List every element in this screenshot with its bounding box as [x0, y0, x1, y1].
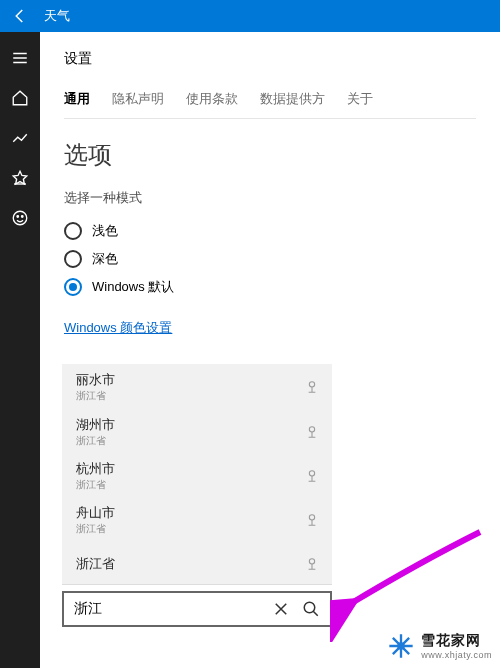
suggestion-item[interactable]: 丽水市 浙江省 — [62, 364, 332, 408]
watermark-brand: 雪花家网 — [421, 632, 492, 650]
search-input[interactable] — [74, 601, 266, 617]
svg-point-5 — [309, 470, 314, 475]
radio-windows-default[interactable]: Windows 默认 — [64, 273, 476, 301]
tab-bar: 通用 隐私声明 使用条款 数据提供方 关于 — [64, 90, 476, 119]
svg-point-1 — [17, 216, 19, 218]
title-bar: 天气 — [0, 0, 500, 32]
svg-point-6 — [309, 514, 314, 519]
tab-general[interactable]: 通用 — [64, 90, 90, 108]
suggestion-city: 丽水市 — [76, 371, 115, 389]
back-button[interactable] — [8, 4, 32, 28]
location-pin-icon — [304, 512, 320, 528]
radio-label: 浅色 — [92, 222, 118, 240]
location-search-box — [62, 591, 332, 627]
chart-icon[interactable] — [0, 118, 40, 158]
suggestion-province: 浙江省 — [76, 478, 115, 492]
radio-label: Windows 默认 — [92, 278, 174, 296]
tab-terms[interactable]: 使用条款 — [186, 90, 238, 108]
settings-header: 设置 — [64, 50, 476, 68]
window-title: 天气 — [44, 7, 70, 25]
radio-dark[interactable]: 深色 — [64, 245, 476, 273]
svg-point-0 — [13, 211, 27, 225]
radio-light[interactable]: 浅色 — [64, 217, 476, 245]
favorites-icon[interactable] — [0, 158, 40, 198]
sidebar — [0, 32, 40, 668]
suggestion-item[interactable]: 浙江省 — [62, 540, 332, 584]
svg-point-3 — [309, 382, 314, 387]
suggestion-province: 浙江省 — [76, 522, 115, 536]
radio-label: 深色 — [92, 250, 118, 268]
suggestion-province: 浙江省 — [76, 389, 115, 403]
svg-point-7 — [309, 558, 314, 563]
arrow-annotation — [330, 522, 500, 642]
suggestion-item[interactable]: 湖州市 浙江省 — [62, 408, 332, 452]
snowflake-icon — [387, 632, 415, 660]
mode-label: 选择一种模式 — [64, 189, 476, 207]
svg-point-2 — [22, 216, 24, 218]
location-pin-icon — [304, 468, 320, 484]
mode-radio-group: 浅色 深色 Windows 默认 — [64, 217, 476, 301]
location-pin-icon — [304, 424, 320, 440]
watermark: 雪花家网 www.xhjaty.com — [387, 632, 492, 660]
location-pin-icon — [304, 379, 320, 395]
suggestion-city: 湖州市 — [76, 416, 115, 434]
clear-button[interactable] — [266, 594, 296, 624]
tab-privacy[interactable]: 隐私声明 — [112, 90, 164, 108]
settings-content: 设置 通用 隐私声明 使用条款 数据提供方 关于 选项 选择一种模式 浅色 深色… — [40, 32, 500, 668]
svg-point-9 — [399, 643, 404, 648]
suggestion-panel: 丽水市 浙江省 湖州市 浙江省 杭州市 浙江省 — [62, 364, 332, 585]
svg-point-8 — [304, 602, 315, 613]
suggestion-province: 浙江省 — [76, 434, 115, 448]
emoji-icon[interactable] — [0, 198, 40, 238]
svg-point-4 — [309, 426, 314, 431]
location-pin-icon — [304, 556, 320, 572]
hamburger-menu-button[interactable] — [0, 38, 40, 78]
color-settings-link[interactable]: Windows 颜色设置 — [64, 319, 172, 337]
suggestion-item[interactable]: 杭州市 浙江省 — [62, 452, 332, 496]
tab-data-provider[interactable]: 数据提供方 — [260, 90, 325, 108]
suggestion-city: 杭州市 — [76, 460, 115, 478]
tab-about[interactable]: 关于 — [347, 90, 373, 108]
home-icon[interactable] — [0, 78, 40, 118]
search-button[interactable] — [296, 594, 326, 624]
suggestion-city: 浙江省 — [76, 555, 115, 573]
section-options-title: 选项 — [64, 139, 476, 171]
suggestion-item[interactable]: 舟山市 浙江省 — [62, 496, 332, 540]
watermark-url: www.xhjaty.com — [421, 650, 492, 660]
suggestion-city: 舟山市 — [76, 504, 115, 522]
